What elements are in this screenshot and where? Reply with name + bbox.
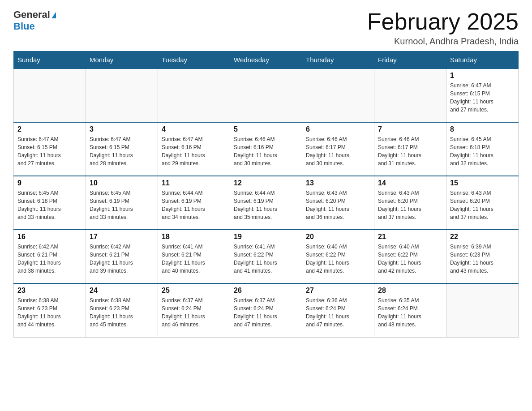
day-info: Sunrise: 6:43 AMSunset: 6:20 PMDaylight:… [450,189,515,221]
day-number: 5 [234,125,298,133]
day-number: 27 [306,287,370,295]
day-number: 13 [306,179,370,187]
calendar-week-row: 23Sunrise: 6:38 AMSunset: 6:23 PMDayligh… [14,283,519,337]
table-row: 11Sunrise: 6:44 AMSunset: 6:19 PMDayligh… [158,176,230,230]
day-number: 12 [234,179,298,187]
day-number: 11 [162,179,226,187]
calendar-table: Sunday Monday Tuesday Wednesday Thursday… [13,51,519,338]
table-row [230,68,302,122]
table-row: 6Sunrise: 6:46 AMSunset: 6:17 PMDaylight… [302,122,374,176]
header-tuesday: Tuesday [158,51,230,69]
day-number: 8 [450,125,515,133]
day-info: Sunrise: 6:38 AMSunset: 6:23 PMDaylight:… [90,296,154,329]
day-info: Sunrise: 6:41 AMSunset: 6:21 PMDaylight:… [162,243,226,275]
table-row: 15Sunrise: 6:43 AMSunset: 6:20 PMDayligh… [446,176,519,230]
page-title: February 2025 [367,9,519,34]
day-number: 7 [378,125,442,133]
table-row: 28Sunrise: 6:35 AMSunset: 6:24 PMDayligh… [374,283,446,337]
day-number: 6 [306,125,370,133]
day-number: 26 [234,287,298,295]
day-number: 4 [162,125,226,133]
day-number: 15 [450,179,515,187]
day-info: Sunrise: 6:39 AMSunset: 6:23 PMDaylight:… [450,243,515,275]
table-row [302,68,374,122]
day-number: 23 [17,287,82,295]
day-info: Sunrise: 6:46 AMSunset: 6:17 PMDaylight:… [306,135,370,167]
day-number: 20 [306,233,370,241]
table-row: 5Sunrise: 6:46 AMSunset: 6:16 PMDaylight… [230,122,302,176]
day-number: 3 [90,125,154,133]
table-row [446,283,519,337]
logo-top: General [13,9,56,21]
day-info: Sunrise: 6:37 AMSunset: 6:24 PMDaylight:… [162,296,226,329]
day-number: 14 [378,179,442,187]
day-info: Sunrise: 6:44 AMSunset: 6:19 PMDaylight:… [234,189,298,221]
day-info: Sunrise: 6:47 AMSunset: 6:16 PMDaylight:… [162,135,226,167]
header-wednesday: Wednesday [230,51,302,69]
table-row: 8Sunrise: 6:45 AMSunset: 6:18 PMDaylight… [446,122,519,176]
day-number: 2 [17,125,82,133]
day-number: 18 [162,233,226,241]
table-row: 2Sunrise: 6:47 AMSunset: 6:15 PMDaylight… [14,122,86,176]
calendar-week-row: 16Sunrise: 6:42 AMSunset: 6:21 PMDayligh… [14,230,519,283]
day-number: 25 [162,287,226,295]
table-row: 24Sunrise: 6:38 AMSunset: 6:23 PMDayligh… [86,283,158,337]
table-row: 21Sunrise: 6:40 AMSunset: 6:22 PMDayligh… [374,230,446,283]
day-info: Sunrise: 6:44 AMSunset: 6:19 PMDaylight:… [162,189,226,221]
page-header: General Blue February 2025 Kurnool, Andh… [13,9,519,47]
day-info: Sunrise: 6:45 AMSunset: 6:19 PMDaylight:… [90,189,154,221]
table-row: 20Sunrise: 6:40 AMSunset: 6:22 PMDayligh… [302,230,374,283]
table-row: 16Sunrise: 6:42 AMSunset: 6:21 PMDayligh… [14,230,86,283]
day-info: Sunrise: 6:40 AMSunset: 6:22 PMDaylight:… [378,243,442,275]
day-info: Sunrise: 6:43 AMSunset: 6:20 PMDaylight:… [378,189,442,221]
day-info: Sunrise: 6:42 AMSunset: 6:21 PMDaylight:… [90,243,154,275]
day-number: 21 [378,233,442,241]
table-row [158,68,230,122]
table-row: 26Sunrise: 6:37 AMSunset: 6:24 PMDayligh… [230,283,302,337]
table-row: 23Sunrise: 6:38 AMSunset: 6:23 PMDayligh… [14,283,86,337]
table-row: 27Sunrise: 6:36 AMSunset: 6:24 PMDayligh… [302,283,374,337]
day-number: 19 [234,233,298,241]
day-info: Sunrise: 6:37 AMSunset: 6:24 PMDaylight:… [234,296,298,329]
calendar-header-row: Sunday Monday Tuesday Wednesday Thursday… [14,51,519,69]
logo: General Blue [13,9,56,32]
day-info: Sunrise: 6:36 AMSunset: 6:24 PMDaylight:… [306,296,370,329]
day-number: 22 [450,233,515,241]
title-section: February 2025 Kurnool, Andhra Pradesh, I… [367,9,519,47]
logo-blue-text: Blue [13,21,56,32]
table-row: 4Sunrise: 6:47 AMSunset: 6:16 PMDaylight… [158,122,230,176]
table-row: 12Sunrise: 6:44 AMSunset: 6:19 PMDayligh… [230,176,302,230]
table-row: 18Sunrise: 6:41 AMSunset: 6:21 PMDayligh… [158,230,230,283]
table-row: 13Sunrise: 6:43 AMSunset: 6:20 PMDayligh… [302,176,374,230]
header-sunday: Sunday [14,51,86,69]
day-info: Sunrise: 6:42 AMSunset: 6:21 PMDaylight:… [17,243,82,275]
day-info: Sunrise: 6:47 AMSunset: 6:15 PMDaylight:… [90,135,154,167]
day-info: Sunrise: 6:45 AMSunset: 6:18 PMDaylight:… [450,135,515,167]
day-info: Sunrise: 6:43 AMSunset: 6:20 PMDaylight:… [306,189,370,221]
table-row: 14Sunrise: 6:43 AMSunset: 6:20 PMDayligh… [374,176,446,230]
header-friday: Friday [374,51,446,69]
day-number: 1 [450,72,515,80]
day-info: Sunrise: 6:46 AMSunset: 6:16 PMDaylight:… [234,135,298,167]
table-row: 10Sunrise: 6:45 AMSunset: 6:19 PMDayligh… [86,176,158,230]
table-row: 1Sunrise: 6:47 AMSunset: 6:15 PMDaylight… [446,68,519,122]
table-row: 22Sunrise: 6:39 AMSunset: 6:23 PMDayligh… [446,230,519,283]
day-info: Sunrise: 6:40 AMSunset: 6:22 PMDaylight:… [306,243,370,275]
day-number: 16 [17,233,82,241]
day-number: 17 [90,233,154,241]
day-number: 28 [378,287,442,295]
table-row [14,68,86,122]
header-monday: Monday [86,51,158,69]
table-row: 9Sunrise: 6:45 AMSunset: 6:18 PMDaylight… [14,176,86,230]
table-row: 3Sunrise: 6:47 AMSunset: 6:15 PMDaylight… [86,122,158,176]
header-saturday: Saturday [446,51,519,69]
table-row: 19Sunrise: 6:41 AMSunset: 6:22 PMDayligh… [230,230,302,283]
day-number: 10 [90,179,154,187]
day-info: Sunrise: 6:38 AMSunset: 6:23 PMDaylight:… [17,296,82,329]
table-row: 17Sunrise: 6:42 AMSunset: 6:21 PMDayligh… [86,230,158,283]
table-row [86,68,158,122]
day-info: Sunrise: 6:47 AMSunset: 6:15 PMDaylight:… [450,81,515,114]
logo-triangle-icon [51,12,56,18]
table-row: 25Sunrise: 6:37 AMSunset: 6:24 PMDayligh… [158,283,230,337]
day-info: Sunrise: 6:35 AMSunset: 6:24 PMDaylight:… [378,296,442,329]
